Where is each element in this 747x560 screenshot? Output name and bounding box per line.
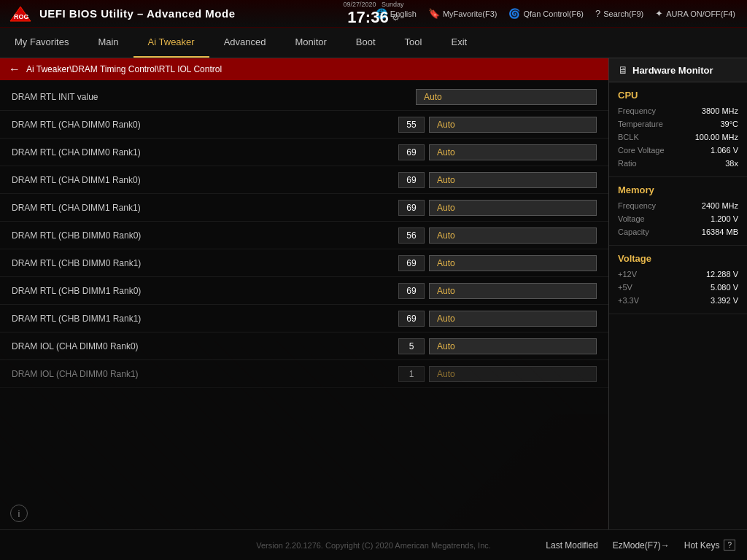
header-left: ROG UEFI BIOS Utility – Advanced Mode [7,4,235,24]
setting-label-cha-dimm0-rank0: DRAM RTL (CHA DIMM0 Rank0) [12,120,398,130]
cpu-corevoltage-label: Core Voltage [618,146,665,155]
dropdown-chb-dimm1-rank0[interactable]: Auto [429,283,597,299]
fan-icon: 🌀 [508,8,520,19]
dropdown-chb-dimm0-rank0[interactable]: Auto [429,228,597,244]
setting-row-cha-dimm1-rank0: DRAM RTL (CHA DIMM1 Rank0) 69 Auto [0,166,608,194]
setting-value-chb-dimm0-rank1: 69 Auto [398,255,597,271]
nav-tool[interactable]: Tool [390,28,437,58]
svg-text:ROG: ROG [14,13,29,20]
cpu-frequency-value: 3800 MHz [702,106,738,115]
dropdown-cha-dimm0-rank1[interactable]: Auto [429,144,597,160]
volt-5v-value: 5.080 V [711,283,738,292]
setting-row-chb-dimm0-rank0: DRAM RTL (CHB DIMM0 Rank0) 56 Auto [0,222,608,249]
date-text: 09/27/2020 Sunday [343,1,403,8]
volt-3v-row: +3.3V 3.392 V [618,296,738,305]
clock-settings-icon[interactable]: ⚙ [392,12,400,23]
nav-monitor[interactable]: Monitor [281,28,341,58]
nav-aitweaker[interactable]: Ai Tweaker [133,28,209,58]
nav-main[interactable]: Main [83,28,133,58]
cpu-temp-row: Temperature 39°C [618,120,738,128]
setting-label-chb-dimm1-rank1: DRAM RTL (CHB DIMM1 Rank1) [12,314,398,324]
number-chb-dimm1-rank0: 69 [398,283,425,299]
cpu-ratio-value: 38x [725,159,738,168]
setting-row-cha-dimm0-rank0: DRAM RTL (CHA DIMM0 Rank0) 55 Auto [0,111,608,139]
nav-boot[interactable]: Boot [341,28,390,58]
ez-mode-btn[interactable]: EzMode(F7)→ [613,540,670,551]
memory-section-title: Memory [618,184,738,195]
setting-label-cha-dimm1-rank1: DRAM RTL (CHA DIMM1 Rank1) [12,203,398,213]
setting-label-iol-cha-dimm0-rank1: DRAM IOL (CHA DIMM0 Rank1) [12,369,398,379]
mem-capacity-row: Capacity 16384 MB [618,228,738,236]
setting-value-chb-dimm1-rank0: 69 Auto [398,283,597,299]
dropdown-chb-dimm1-rank1[interactable]: Auto [429,311,597,327]
cpu-corevoltage-value: 1.066 V [711,146,738,155]
mem-frequency-value: 2400 MHz [702,201,738,210]
hw-monitor-panel: 🖥 Hardware Monitor CPU Frequency 3800 MH… [608,58,747,529]
version-text: Version 2.20.1276. Copyright (C) 2020 Am… [256,541,491,550]
number-cha-dimm0-rank1: 69 [398,144,425,160]
cpu-temp-value: 39°C [720,120,738,128]
mem-frequency-label: Frequency [618,201,656,210]
dropdown-cha-dimm0-rank0[interactable]: Auto [429,117,597,133]
dropdown-dram-rtl-init[interactable]: Auto [416,89,597,105]
aura-btn[interactable]: ✦ AURA ON/OFF(F4) [651,7,740,20]
setting-label-cha-dimm1-rank0: DRAM RTL (CHA DIMM1 Rank0) [12,175,398,185]
ez-mode-label: EzMode(F7)→ [613,540,670,551]
setting-value-chb-dimm1-rank1: 69 Auto [398,311,597,327]
mem-capacity-label: Capacity [618,228,649,236]
volt-3v-label: +3.3V [618,296,639,305]
setting-label-chb-dimm0-rank0: DRAM RTL (CHB DIMM0 Rank0) [12,230,398,241]
aura-icon: ✦ [655,8,663,19]
setting-value-chb-dimm0-rank0: 56 Auto [398,228,597,244]
info-button[interactable]: i [10,505,28,522]
setting-value-iol-cha-dimm0-rank1: 1 Auto [398,366,597,382]
number-chb-dimm0-rank0: 56 [398,228,425,244]
header-controls: 🌐 English 🔖 MyFavorite(F3) 🌀 Qfan Contro… [371,7,740,20]
rog-logo: ROG [7,4,34,24]
time-display: 17:36 ⚙ [347,8,399,27]
setting-value-dram-rtl-init: Auto [416,89,597,105]
search-btn[interactable]: ? Search(F9) [591,7,648,20]
volt-12v-value: 12.288 V [706,270,738,279]
nav-favorites[interactable]: My Favorites [0,28,83,58]
dropdown-cha-dimm1-rank1[interactable]: Auto [429,200,597,216]
myfavorite-label: MyFavorite(F3) [443,9,498,18]
setting-value-cha-dimm1-rank1: 69 Auto [398,200,597,216]
nav-advanced[interactable]: Advanced [209,28,281,58]
setting-label-chb-dimm1-rank0: DRAM RTL (CHB DIMM1 Rank0) [12,286,398,296]
mem-voltage-value: 1.200 V [711,214,738,223]
cpu-bclk-row: BCLK 100.00 MHz [618,133,738,141]
hot-keys-btn[interactable]: Hot Keys ? [684,540,735,551]
cpu-ratio-row: Ratio 38x [618,159,738,168]
dropdown-iol-cha-dimm0-rank1[interactable]: Auto [429,366,597,382]
cpu-corevoltage-row: Core Voltage 1.066 V [618,146,738,155]
mem-frequency-row: Frequency 2400 MHz [618,201,738,210]
app-title: UEFI BIOS Utility – Advanced Mode [39,7,235,20]
nav-exit[interactable]: Exit [436,28,481,58]
search-icon: ? [595,8,600,19]
dropdown-cha-dimm1-rank0[interactable]: Auto [429,172,597,188]
cpu-ratio-label: Ratio [618,159,637,168]
setting-row-iol-cha-dimm0-rank0: DRAM IOL (CHA DIMM0 Rank0) 5 Auto [0,332,608,360]
mem-voltage-label: Voltage [618,214,645,223]
hot-keys-icon: ? [724,540,735,551]
breadcrumb: ← Ai Tweaker\DRAM Timing Control\RTL IOL… [0,58,608,80]
setting-value-cha-dimm1-rank0: 69 Auto [398,172,597,188]
setting-row-chb-dimm1-rank0: DRAM RTL (CHB DIMM1 Rank0) 69 Auto [0,277,608,305]
setting-value-cha-dimm0-rank0: 55 Auto [398,117,597,133]
myfavorite-btn[interactable]: 🔖 MyFavorite(F3) [424,7,502,20]
time-text: 17:36 [347,8,388,27]
number-chb-dimm1-rank1: 69 [398,311,425,327]
back-arrow-icon[interactable]: ← [9,63,20,76]
cpu-bclk-value: 100.00 MHz [695,133,738,141]
search-label: Search(F9) [603,9,643,18]
dropdown-iol-cha-dimm0-rank0[interactable]: Auto [429,338,597,354]
dropdown-chb-dimm0-rank1[interactable]: Auto [429,255,597,271]
setting-label-chb-dimm0-rank1: DRAM RTL (CHB DIMM0 Rank1) [12,258,398,268]
setting-value-cha-dimm0-rank1: 69 Auto [398,144,597,160]
last-modified-btn[interactable]: Last Modified [546,540,597,551]
qfan-btn[interactable]: 🌀 Qfan Control(F6) [504,7,588,20]
info-icon: i [18,508,20,519]
setting-label-iol-cha-dimm0-rank0: DRAM IOL (CHA DIMM0 Rank0) [12,341,398,351]
monitor-screen-icon: 🖥 [618,64,628,76]
